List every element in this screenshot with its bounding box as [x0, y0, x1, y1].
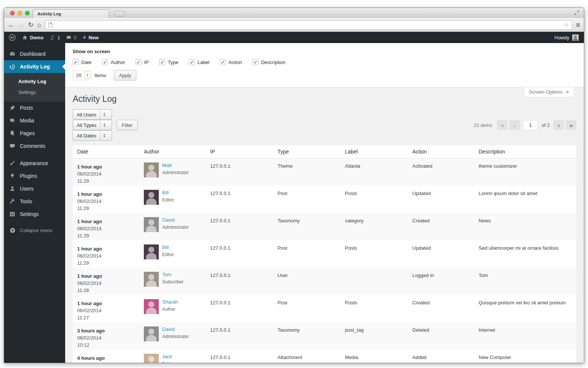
sidebar-item-posts[interactable]: Posts [4, 101, 65, 114]
prev-page-button[interactable]: ‹ [509, 120, 520, 130]
back-icon[interactable]: ← [8, 22, 14, 28]
avatar [144, 162, 159, 177]
reload-icon[interactable]: ↻ [28, 22, 33, 28]
author-link[interactable]: Bill [162, 190, 174, 196]
update-count: 1 [57, 35, 60, 40]
checkbox-checked-icon[interactable]: ✓ [73, 59, 79, 65]
column-toggle-description[interactable]: ✓Description [252, 59, 285, 65]
next-page-button[interactable]: › [554, 120, 564, 130]
type-cell: Taxonomy [278, 213, 345, 240]
author-link[interactable]: Jack [162, 354, 174, 360]
column-toggle-label[interactable]: ✓Label [189, 59, 209, 65]
forward-icon[interactable]: → [18, 22, 24, 28]
sidebar-item-activity-log[interactable]: Activity Log [4, 60, 65, 73]
author-link[interactable]: Bill [162, 244, 174, 250]
history-icon [9, 63, 16, 70]
sidebar-item-comments[interactable]: Comments [4, 140, 65, 152]
sidebar-item-users[interactable]: Users [4, 182, 65, 195]
sidebar-item-label: Comments [20, 143, 45, 149]
last-page-button[interactable]: » [566, 120, 576, 130]
checkbox-checked-icon[interactable]: ✓ [136, 59, 142, 65]
author-link[interactable]: David [162, 326, 189, 332]
updates-menu[interactable]: 1 [49, 35, 60, 40]
author-link[interactable]: Sharah [162, 299, 178, 305]
type-cell: Attachment [278, 350, 345, 363]
description-cell: Tom [479, 268, 576, 295]
column-toggle-label: Type [168, 60, 178, 65]
updown-arrows-icon: ▲▼ [100, 131, 108, 140]
browser-tab[interactable]: Activity Log [33, 9, 109, 18]
sidebar-item-plugins[interactable]: Plugins [4, 170, 65, 182]
browser-menu-icon[interactable]: ≡ [576, 21, 580, 28]
checkbox-checked-icon[interactable]: ✓ [220, 59, 226, 65]
submenu-item-settings[interactable]: Settings [4, 87, 65, 98]
collapse-menu-button[interactable]: Collapse menu [4, 227, 65, 234]
sidebar-item-settings[interactable]: Settings [4, 208, 65, 221]
checkbox-checked-icon[interactable]: ✓ [189, 59, 195, 65]
sidebar-item-dashboard[interactable]: Dashboard [4, 48, 65, 60]
pagination: 21 items « ‹ 1 of 2 › » [474, 120, 576, 130]
date-value: 06/02/2014 [77, 307, 144, 314]
column-toggle-type[interactable]: ✓Type [159, 59, 178, 65]
column-toggle-label: IP [144, 60, 149, 65]
action-cell: Created [412, 295, 479, 322]
column-header-author: Author [144, 145, 210, 158]
relative-time: 1 hour ago [77, 245, 144, 252]
checkbox-checked-icon[interactable]: ✓ [102, 59, 108, 65]
stepper-arrows-icon[interactable]: ▲▼ [85, 72, 90, 79]
site-name-label: Demo [30, 35, 43, 40]
first-page-button[interactable]: « [497, 120, 507, 130]
comments-menu[interactable]: 0 [66, 35, 76, 40]
column-toggle-author[interactable]: ✓Author [102, 59, 125, 65]
author-link[interactable]: Tom [162, 272, 184, 278]
checkbox-checked-icon[interactable]: ✓ [159, 59, 165, 65]
sidebar-item-label: Pages [20, 130, 35, 136]
ip-cell: 127.0.0.1 [210, 186, 278, 213]
type-cell: Post [278, 186, 345, 213]
submenu-item-activity-log[interactable]: Activity Log [4, 76, 65, 87]
sidebar-item-tools[interactable]: Tools [4, 195, 65, 208]
filter-dropdown-all-users[interactable]: All Users▲▼ [73, 109, 112, 120]
screen-options-tab[interactable]: Screen Options [524, 87, 574, 97]
column-header-action: Action [412, 145, 479, 158]
filter-button[interactable]: Filter [116, 120, 138, 130]
new-tab-button[interactable] [114, 11, 125, 16]
table-row: 3 hours ago06/02/201410:12DavidAdministr… [73, 322, 576, 350]
time-value: 11:27 [77, 314, 144, 321]
my-account-menu[interactable]: Howdy [554, 34, 579, 41]
author-link[interactable]: David [162, 217, 189, 223]
column-toggle-action[interactable]: ✓Action [220, 59, 242, 65]
date-value: 06/02/2014 [77, 334, 144, 341]
sidebar-item-pages[interactable]: Pages [4, 127, 65, 140]
wp-logo-menu[interactable]: W [9, 34, 16, 41]
column-toggle-ip[interactable]: ✓IP [136, 59, 149, 65]
minimize-window-icon[interactable] [18, 11, 22, 15]
author-link[interactable]: Matt [162, 162, 189, 168]
items-count-input[interactable]: 20 ▲▼ [73, 70, 91, 80]
current-page-input[interactable]: 1 [523, 120, 538, 130]
bookmark-star-icon[interactable]: ☆ [564, 21, 569, 28]
column-toggle-date[interactable]: ✓Date [73, 59, 91, 65]
date-cell: 3 hours ago06/02/201410:12 [73, 322, 144, 350]
filter-dropdown-all-types[interactable]: All Types▲▼ [73, 120, 112, 130]
site-name-menu[interactable]: Demo [22, 35, 43, 40]
column-header-ip: IP [210, 145, 278, 158]
browser-tab-title: Activity Log [37, 12, 61, 16]
close-window-icon[interactable] [10, 11, 15, 15]
items-count-text: 21 items [474, 122, 492, 128]
new-content-menu[interactable]: + New [83, 34, 99, 41]
checkbox-checked-icon[interactable]: ✓ [252, 59, 258, 65]
date-value: 06/02/2014 [77, 225, 144, 232]
fullscreen-icon[interactable] [574, 10, 579, 16]
zoom-window-icon[interactable] [25, 11, 30, 15]
type-cell: User [278, 268, 345, 295]
apply-button[interactable]: Apply [114, 70, 137, 80]
address-bar[interactable]: ☆ [45, 20, 572, 30]
date-value: 06/02/2014 [77, 198, 144, 205]
relative-time: 1 hour ago [77, 163, 144, 170]
action-cell: Logged In [412, 268, 479, 295]
sidebar-item-media[interactable]: Media [4, 114, 65, 127]
filter-dropdown-all-dates[interactable]: All Dates▲▼ [73, 130, 112, 141]
sidebar-item-appearance[interactable]: Appearance [4, 157, 65, 170]
home-icon[interactable]: ⌂ [37, 22, 41, 28]
